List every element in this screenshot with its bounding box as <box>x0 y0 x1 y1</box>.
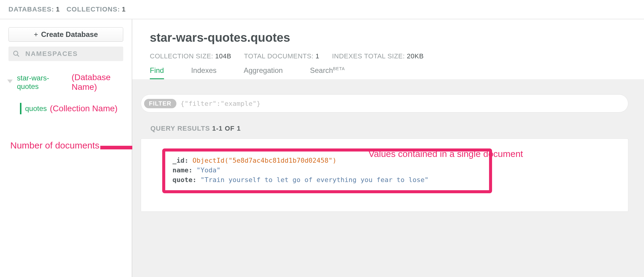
doc-field-value-quote: "Train yourself to let go of everything … <box>201 176 429 184</box>
filter-input[interactable]: FILTER {"filter":"example"} <box>141 94 628 112</box>
annotation-collection-name: (Collection Name) <box>50 104 118 113</box>
tab-bar: Find Indexes Aggregation SearchBETA <box>150 66 626 79</box>
databases-label: DATABASES: <box>8 5 54 13</box>
svg-line-1 <box>17 55 19 57</box>
namespaces-label: NAMESPACES <box>25 50 78 58</box>
create-database-button[interactable]: + Create Database <box>8 27 123 42</box>
beta-badge: BETA <box>333 66 345 71</box>
annotation-values-in-doc: Values contained in a single document <box>369 149 523 159</box>
filter-badge: FILTER <box>144 99 176 108</box>
tab-aggregation[interactable]: Aggregation <box>244 66 283 79</box>
indexes-size-label: INDEXES TOTAL SIZE: <box>332 52 405 60</box>
database-item[interactable]: star-wars-quotes <box>17 74 66 91</box>
total-documents-label: TOTAL DOCUMENTS: <box>244 52 314 60</box>
doc-field-key-quote: quote <box>172 176 192 184</box>
collections-label: COLLECTIONS: <box>66 5 120 13</box>
tab-find[interactable]: Find <box>150 66 164 79</box>
doc-field-key-id: _id <box>172 157 185 164</box>
doc-field-value-name: "Yoda" <box>196 166 220 174</box>
collection-title: star-wars-quotes.quotes <box>150 31 626 44</box>
sidebar: + Create Database NAMESPACES star-wars-q… <box>0 19 132 277</box>
active-collection-marker <box>20 103 21 114</box>
main-panel: star-wars-quotes.quotes COLLECTION SIZE:… <box>132 19 644 277</box>
query-results-label: QUERY RESULTS 1-1 OF 1 <box>141 125 628 132</box>
tab-indexes[interactable]: Indexes <box>191 66 217 79</box>
svg-marker-2 <box>7 80 13 83</box>
total-documents-value: 1 <box>315 52 319 60</box>
databases-count: 1 <box>56 5 60 13</box>
doc-field-key-name: name <box>172 166 188 174</box>
collection-size-value: 104B <box>215 52 231 60</box>
plus-icon: + <box>34 30 38 39</box>
collections-count: 1 <box>122 5 126 13</box>
create-database-label: Create Database <box>41 30 98 39</box>
annotation-number-of-documents: Number of documents <box>10 140 99 151</box>
tab-search[interactable]: SearchBETA <box>310 66 345 79</box>
collection-item[interactable]: quotes <box>25 104 47 113</box>
filter-placeholder: {"filter":"example"} <box>181 100 261 107</box>
query-results-range: 1-1 OF 1 <box>212 125 241 132</box>
annotation-database-name: (Database Name) <box>72 73 132 92</box>
doc-field-value-id: ObjectId("5e8d7ac4bc81dd1b70d02458") <box>192 157 336 164</box>
svg-point-0 <box>14 51 18 55</box>
indexes-size-value: 20KB <box>407 52 424 60</box>
top-status-bar: DATABASES: 1 COLLECTIONS: 1 <box>0 0 644 19</box>
search-icon <box>13 50 20 57</box>
collection-stats: COLLECTION SIZE: 104B TOTAL DOCUMENTS: 1… <box>150 52 626 60</box>
namespaces-search[interactable]: NAMESPACES <box>8 47 123 61</box>
collection-size-label: COLLECTION SIZE: <box>150 52 213 60</box>
chevron-down-icon[interactable] <box>7 80 13 85</box>
